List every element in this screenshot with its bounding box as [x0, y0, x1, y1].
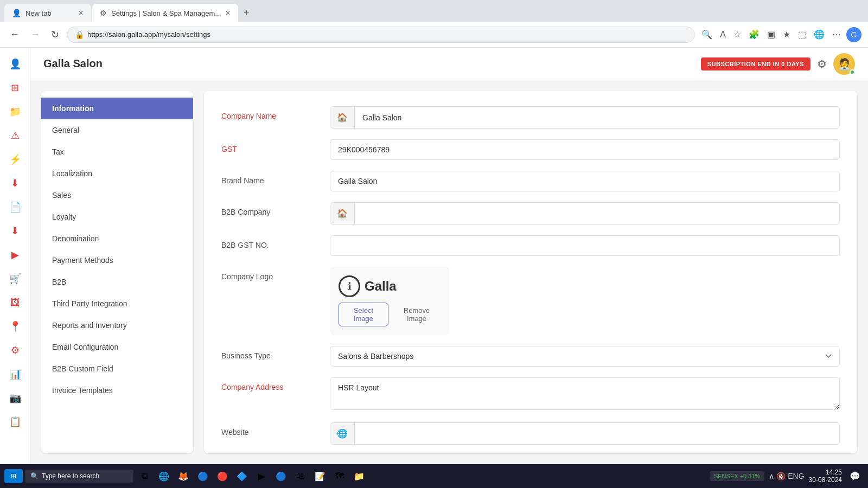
gst-input[interactable]	[330, 139, 840, 160]
sidebar-icon-download2[interactable]: ⬇	[5, 221, 25, 241]
sidebar-icon-report[interactable]: 📊	[5, 364, 25, 384]
address-bar[interactable]: 🔒 https://salon.galla.app/mysalon/settin…	[67, 27, 695, 43]
galla-extension-icon[interactable]: 🌐	[812, 27, 827, 42]
remove-image-button[interactable]: Remove Image	[393, 303, 441, 326]
online-indicator	[850, 69, 855, 75]
start-button[interactable]: ⊞	[4, 469, 23, 483]
sensex-badge: SENSEX +0.31%	[710, 471, 764, 481]
b2b-company-input-group: 🏠	[330, 202, 840, 224]
sidebar-icon-pin[interactable]: 📍	[5, 317, 25, 336]
taskbar-files-icon[interactable]: 📁	[350, 467, 368, 485]
nav-item-payment-methods[interactable]: Payment Methods	[41, 249, 193, 271]
company-name-label: Company Name	[221, 106, 319, 120]
globe-icon: 🌐	[330, 423, 355, 444]
taskbar-youtube-icon[interactable]: ▶	[253, 467, 270, 485]
search-icon: 🔍	[30, 472, 39, 480]
taskbar-ie-icon[interactable]: 🔵	[194, 467, 212, 485]
taskbar-task-view[interactable]: ⧉	[136, 467, 153, 485]
taskbar-skype-icon[interactable]: 🔷	[233, 467, 251, 485]
forward-button[interactable]: →	[27, 27, 43, 42]
company-name-input[interactable]	[355, 108, 839, 127]
tab-close-button[interactable]: ✕	[78, 9, 84, 17]
url-text: https://salon.galla.app/mysalon/settings	[87, 30, 687, 38]
b2b-gst-label: B2B GST NO.	[221, 235, 319, 249]
nav-item-general[interactable]: General	[41, 119, 193, 141]
sidebar-icon-alert[interactable]: ⚠	[5, 126, 25, 145]
taskbar-edge-icon[interactable]: 🌐	[155, 467, 173, 485]
taskbar-search[interactable]: 🔍 Type here to search	[25, 470, 133, 483]
sidebar-icon-folder[interactable]: 📁	[5, 102, 25, 121]
reload-button[interactable]: ↻	[48, 27, 62, 43]
tab-close-button[interactable]: ✕	[225, 9, 231, 17]
sidebar-icon[interactable]: ▣	[765, 27, 777, 42]
b2b-gst-input[interactable]	[330, 235, 840, 256]
brand-name-row: Brand Name	[221, 171, 840, 191]
back-button[interactable]: ←	[7, 27, 23, 42]
company-address-row: Company Address HSR Layout	[221, 377, 840, 412]
nav-item-third-party[interactable]: Third Party Integration	[41, 293, 193, 314]
favorites-icon[interactable]: ★	[781, 27, 793, 42]
sidebar-icon-play[interactable]: ▶	[5, 245, 25, 265]
business-type-label: Business Type	[221, 346, 319, 360]
website-input[interactable]	[355, 424, 839, 444]
collections-icon[interactable]: ⬚	[796, 27, 808, 42]
volume-icon[interactable]: 🔇	[776, 472, 786, 480]
b2b-company-input[interactable]	[355, 204, 839, 223]
user-avatar[interactable]: 🧑‍💼	[833, 53, 855, 75]
select-image-button[interactable]: Select Image	[339, 303, 388, 326]
expand-tray-icon[interactable]: ∧	[769, 472, 774, 480]
notification-icon[interactable]: 💬	[846, 467, 864, 485]
nav-item-reports[interactable]: Reports and Inventory	[41, 314, 193, 336]
tab-label: Settings | Salon & Spa Managem...	[111, 9, 221, 17]
time-display: 14:25	[809, 468, 842, 476]
nav-item-email[interactable]: Email Configuration	[41, 336, 193, 358]
sidebar-icon-zap[interactable]: ⚡	[5, 150, 25, 169]
search-icon[interactable]: 🔍	[699, 27, 714, 42]
logo-text: Galla	[365, 279, 397, 294]
company-address-textarea[interactable]: HSR Layout	[330, 377, 840, 410]
browser-profile-avatar[interactable]: G	[846, 27, 861, 42]
extension-icon[interactable]: 🧩	[746, 27, 762, 42]
nav-item-localization[interactable]: Localization	[41, 163, 193, 184]
sidebar-icon-image[interactable]: 🖼	[5, 293, 25, 312]
taskbar-notes-icon[interactable]: 📝	[311, 467, 329, 485]
nav-item-denomination[interactable]: Denomination	[41, 228, 193, 249]
sidebar-icon-clipboard[interactable]: 📋	[5, 412, 25, 432]
sidebar-icon-cart[interactable]: 🛒	[5, 269, 25, 288]
sidebar-icon-camera[interactable]: 📷	[5, 388, 25, 408]
gst-label: GST	[221, 139, 319, 153]
more-icon[interactable]: ⋯	[830, 27, 843, 42]
company-name-input-group: 🏠	[330, 106, 840, 129]
nav-item-invoice[interactable]: Invoice Templates	[41, 380, 193, 401]
nav-item-tax[interactable]: Tax	[41, 141, 193, 163]
sensex-value: +0.31%	[740, 473, 761, 479]
taskbar-right: SENSEX +0.31% ∧ 🔇 ENG 14:25 30-08-2024 💬	[710, 467, 864, 485]
browser-tab-settings[interactable]: ⚙ Settings | Salon & Spa Managem... ✕	[92, 4, 238, 22]
nav-item-information[interactable]: Information	[41, 98, 193, 119]
sidebar-icon-person[interactable]: 👤	[5, 54, 25, 74]
date-display: 30-08-2024	[809, 476, 842, 484]
nav-item-sales[interactable]: Sales	[41, 184, 193, 206]
taskbar-store-icon[interactable]: 🛍	[292, 467, 309, 485]
browser-tab-newtab[interactable]: 👤 New tab ✕	[4, 4, 91, 22]
translate-icon[interactable]: A	[718, 28, 728, 42]
nav-item-b2b-custom[interactable]: B2B Custom Field	[41, 358, 193, 380]
taskbar-fb-icon[interactable]: 🔵	[272, 467, 290, 485]
sidebar-icon-gear[interactable]: ⚙	[5, 341, 25, 360]
taskbar-clock: 14:25 30-08-2024	[809, 468, 842, 484]
nav-item-b2b[interactable]: B2B	[41, 271, 193, 293]
new-tab-button[interactable]: +	[239, 5, 254, 21]
sidebar-icon-grid[interactable]: ⊞	[5, 78, 25, 98]
brand-name-input[interactable]	[330, 171, 840, 191]
business-type-select[interactable]: Salons & Barbershops	[330, 346, 840, 367]
tab-label: New tab	[25, 9, 52, 17]
sidebar-icon-document[interactable]: 📄	[5, 197, 25, 217]
settings-gear-icon[interactable]: ⚙	[817, 57, 827, 70]
taskbar-chrome-icon[interactable]: 🔴	[214, 467, 231, 485]
nav-item-loyalty[interactable]: Loyalty	[41, 206, 193, 228]
sidebar-icon-download[interactable]: ⬇	[5, 174, 25, 193]
taskbar-maps-icon[interactable]: 🗺	[331, 467, 348, 485]
b2b-company-label: B2B Company	[221, 202, 319, 216]
star-icon[interactable]: ☆	[731, 27, 743, 42]
taskbar-firefox-icon[interactable]: 🦊	[175, 467, 192, 485]
